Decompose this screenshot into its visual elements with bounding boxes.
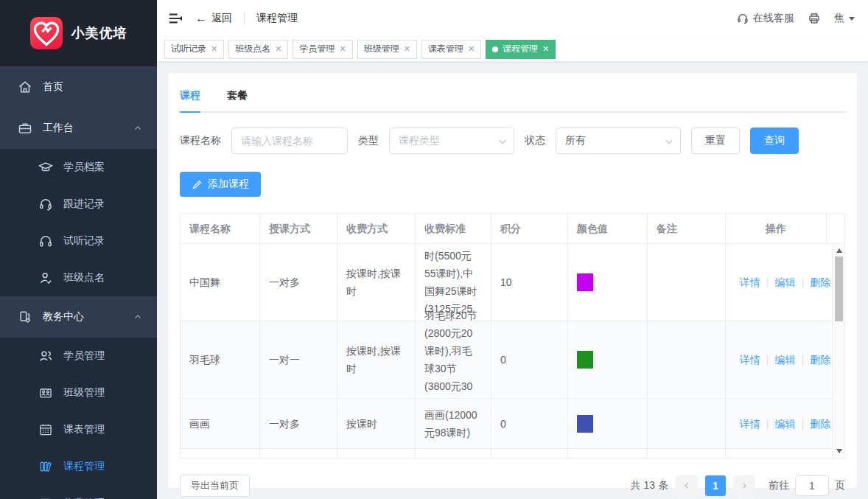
cell-points: 0 [491,399,568,448]
table-row: 羽毛球 一对一 按课时,按课时 羽毛球20节(2800元20课时),羽毛球30节… [181,321,844,399]
prev-page-button[interactable] [676,475,698,496]
cell-course-name: 画画 [181,399,260,448]
sidebar-item-followup-record[interactable]: 跟进记录 [0,186,157,223]
chevron-down-icon [497,136,508,147]
panel-tabs: 课程 套餐 [180,86,845,113]
course-name-input[interactable] [231,128,348,154]
workbench-submenu: 学员档案 跟进记录 试听记录 班级点名 [0,149,157,296]
page-title: 课程管理 [256,12,298,25]
sidebar-item-edu-center[interactable]: 教务中心 [0,296,157,338]
tag-class-rollcall[interactable]: 班级点名✕ [228,40,288,59]
sidebar-item-workbench[interactable]: 工作台 [0,108,157,149]
table-footer: 导出当前页 共 13 条 1 前往 页 [180,475,845,497]
reset-button[interactable]: 重置 [691,128,740,154]
cell-remark [648,399,726,448]
tag-timetable-mgmt[interactable]: 课表管理✕ [421,40,481,59]
sidebar-item-label: 工作台 [43,122,133,135]
online-service-button[interactable]: 在线客服 [736,12,794,25]
headset-icon [736,12,749,25]
add-course-button[interactable]: 添加课程 [180,172,261,197]
close-icon[interactable]: ✕ [468,44,475,54]
cell-color [568,244,648,321]
card-icon [38,496,53,499]
export-page-button[interactable]: 导出当前页 [180,475,250,497]
search-button[interactable]: 查询 [750,128,799,154]
detail-link[interactable]: 详情 [740,273,760,291]
col-header: 收费标准 [416,214,491,244]
tab-package[interactable]: 套餐 [227,86,248,111]
filter-bar: 课程名称 类型 课程类型 状态 所有 重置 查询 [180,128,845,154]
tag-student-mgmt[interactable]: 学员管理✕ [293,40,352,59]
edit-link[interactable]: 编辑 [775,415,796,433]
tag-trial-record[interactable]: 试听记录✕ [164,40,224,59]
select-placeholder: 课程类型 [399,134,440,147]
delete-link[interactable]: 删除 [810,351,830,369]
class-group-icon [38,385,53,400]
collapse-menu-icon[interactable] [167,12,183,25]
status-select[interactable]: 所有 [556,128,681,154]
edit-link[interactable]: 编辑 [775,273,796,291]
brand-name: 小美优培 [71,24,127,42]
close-icon[interactable]: ✕ [542,44,549,54]
color-swatch [577,415,593,433]
cell-teaching-mode [260,449,337,458]
close-icon[interactable]: ✕ [211,44,217,54]
divider [244,13,245,24]
tag-label: 试听记录 [171,43,206,55]
briefcase-icon [18,121,32,136]
sidebar-item-fee-mgmt[interactable]: 收费管理 [0,485,157,499]
close-icon[interactable]: ✕ [275,44,281,54]
cell-actions: 详情| 编辑| 删除 [726,244,844,321]
scrollbar-thumb[interactable] [835,257,843,321]
sidebar-item-label: 班级管理 [63,386,105,399]
sidebar-item-course-mgmt[interactable]: 课程管理 [0,448,157,485]
edu-submenu: 学员管理 班级管理 课表管理 课程管理 收费管理 [0,338,157,499]
cell-course-name: 中国舞 [181,244,260,321]
col-header: 课程名称 [181,214,260,244]
printer-icon[interactable] [808,12,821,25]
sidebar-item-class-mgmt[interactable]: 班级管理 [0,374,157,411]
chevron-up-icon [133,124,142,133]
color-swatch [577,351,593,369]
course-type-select[interactable]: 课程类型 [389,128,514,154]
goto-page-input[interactable] [795,475,829,496]
col-header: 授课方式 [260,214,337,244]
sidebar-item-timetable-mgmt[interactable]: 课表管理 [0,411,157,448]
sidebar-item-student-archive[interactable]: 学员档案 [0,149,157,186]
sidebar-item-trial-record[interactable]: 试听记录 [0,223,157,259]
navbar-actions: 在线客服 焦 [736,12,855,25]
page-content: 课程 套餐 课程名称 类型 课程类型 状态 所有 重 [157,62,868,499]
delete-link[interactable]: 删除 [810,415,830,433]
person-check-icon [38,271,53,285]
total-count: 共 13 条 [631,479,668,492]
goto-prefix: 前往 [769,479,789,492]
user-menu[interactable]: 焦 [834,12,855,25]
detail-link[interactable]: 详情 [740,415,760,433]
scroll-down-arrow[interactable] [833,446,844,456]
sidebar-menu: 首页 工作台 学员档案 跟进记录 试听记录 [0,66,157,499]
tag-course-mgmt-active[interactable]: 课程管理✕ [486,40,556,59]
tag-class-mgmt[interactable]: 班级管理✕ [357,40,417,59]
col-header: 颜色值 [568,214,648,244]
sidebar-item-student-mgmt[interactable]: 学员管理 [0,338,157,374]
sidebar-item-home[interactable]: 首页 [0,66,157,108]
detail-link[interactable]: 详情 [740,351,760,369]
close-icon[interactable]: ✕ [404,44,410,54]
edit-link[interactable]: 编辑 [775,351,796,369]
goto-suffix: 页 [835,479,845,492]
cell-charging-mode: 按课时 [337,399,416,448]
page-number-1[interactable]: 1 [705,475,726,496]
scroll-up-arrow[interactable] [833,245,844,256]
sidebar-item-label: 班级点名 [63,271,105,285]
cell-course-name: 羽毛球 [181,321,260,398]
delete-link[interactable]: 删除 [810,273,830,291]
sidebar-item-class-rollcall[interactable]: 班级点名 [0,259,157,296]
tab-course[interactable]: 课程 [180,86,200,111]
next-page-button[interactable] [733,475,755,496]
main-area: ← 返回 课程管理 在线客服 焦 试听记录✕ [157,0,868,499]
back-button[interactable]: ← 返回 [195,12,232,25]
tag-label: 班级管理 [364,43,399,55]
table-scrollbar[interactable] [832,244,844,458]
pagination: 共 13 条 1 前往 页 [631,475,845,496]
close-icon[interactable]: ✕ [339,44,346,54]
